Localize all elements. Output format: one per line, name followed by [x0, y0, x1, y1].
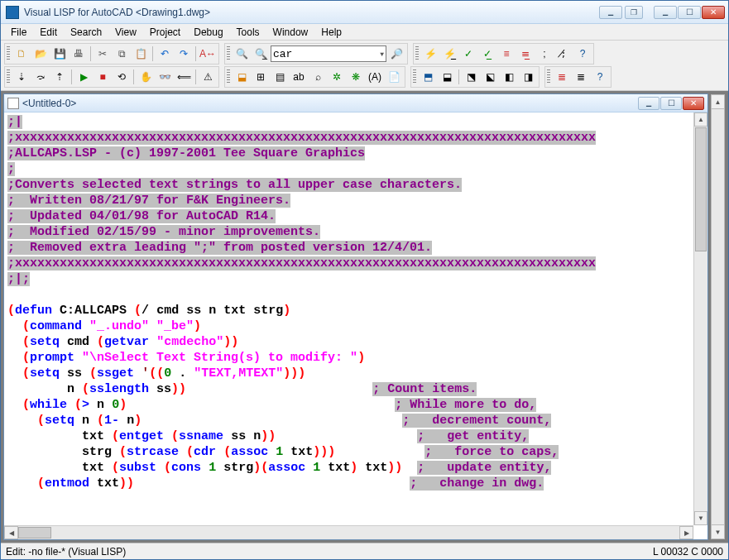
- titlebar[interactable]: Visual LISP for AutoCAD <Drawing1.dwg>: [1, 1, 728, 24]
- menu-window[interactable]: Window: [266, 25, 315, 40]
- tool-5-button[interactable]: ◧: [500, 68, 518, 86]
- kw: assoc: [231, 445, 268, 459]
- inspect-button[interactable]: ab: [290, 68, 308, 86]
- menu-file[interactable]: File: [4, 25, 33, 40]
- check-edit-button[interactable]: ✓: [459, 45, 477, 63]
- document-titlebar[interactable]: <Untitled-0>: [4, 94, 707, 112]
- undo-button[interactable]: ↶: [156, 45, 174, 63]
- tool-6-button[interactable]: ◨: [519, 68, 537, 86]
- load-active-button[interactable]: ⚡: [421, 45, 439, 63]
- scroll-thumb[interactable]: [18, 527, 51, 538]
- aux-minimize-button[interactable]: [599, 6, 622, 19]
- step-over-button[interactable]: ⤼: [31, 68, 50, 86]
- tool-2-button[interactable]: ⬓: [438, 68, 456, 86]
- toolbar-grip-icon[interactable]: [547, 69, 550, 84]
- doc-minimize-button[interactable]: [638, 97, 659, 110]
- menu-search[interactable]: Search: [64, 25, 108, 40]
- str: "\nSelect Text String(s) to modify: ": [82, 351, 357, 365]
- close-button[interactable]: [702, 6, 725, 19]
- menu-view[interactable]: View: [108, 25, 143, 40]
- quit-button[interactable]: ■: [94, 68, 112, 86]
- mdi-vertical-scrollbar[interactable]: ▲ ▼: [711, 94, 725, 539]
- maximize-button[interactable]: [678, 6, 701, 19]
- find-toolbar-button[interactable]: 🔎: [387, 45, 405, 63]
- help-button[interactable]: ?: [573, 45, 592, 63]
- new-file-button[interactable]: 🗋: [12, 45, 31, 63]
- paste-button[interactable]: 📋: [132, 45, 150, 63]
- editor-horizontal-scrollbar[interactable]: ◀ ▶: [4, 525, 693, 539]
- step-into-button[interactable]: ⇣: [12, 68, 31, 86]
- comment-line: ; Modified 02/15/99 - minor improvements…: [7, 225, 320, 239]
- select-window-button[interactable]: ⊞: [252, 68, 270, 86]
- save-button[interactable]: 💾: [50, 45, 69, 63]
- check-selection-button[interactable]: ✓̲: [478, 45, 496, 63]
- step-out-button[interactable]: ⇡: [50, 68, 69, 86]
- code-content[interactable]: ;| ;xxxxxxxxxxxxxxxxxxxxxxxxxxxxxxxxxxxx…: [4, 112, 707, 493]
- comment-line: ;ALLCAPS.LSP - (c) 1997-2001 Tee Square …: [7, 146, 365, 160]
- reset-button[interactable]: ⟲: [113, 68, 131, 86]
- symbol-service-button[interactable]: ✲: [328, 68, 346, 86]
- tool-1-button[interactable]: ⬒: [419, 68, 437, 86]
- kw: setq: [30, 335, 60, 349]
- toolbar-grip-icon[interactable]: [227, 69, 230, 84]
- tool-3-button[interactable]: ⬔: [462, 68, 480, 86]
- copy-button[interactable]: ⧉: [113, 45, 131, 63]
- doc-close-button[interactable]: [683, 97, 704, 110]
- tool-4-button[interactable]: ⬕: [481, 68, 499, 86]
- toolbar-grip-icon[interactable]: [415, 46, 419, 61]
- scroll-down-icon[interactable]: ▼: [712, 524, 724, 538]
- apropos-button[interactable]: ❋: [347, 68, 365, 86]
- complete-word-button[interactable]: A↔: [199, 45, 217, 63]
- format-edit-button[interactable]: ≡: [497, 45, 516, 63]
- scroll-left-icon[interactable]: ◀: [4, 526, 18, 539]
- redo-button[interactable]: ↷: [175, 45, 193, 63]
- project-button[interactable]: 📄: [385, 68, 403, 86]
- toolbar-grip-icon[interactable]: [227, 46, 230, 61]
- continue-button[interactable]: ▶: [74, 68, 93, 86]
- find-combo[interactable]: car ▼: [271, 45, 386, 62]
- uncomment-block-button[interactable]: ;̸: [554, 45, 573, 63]
- menu-debug[interactable]: Debug: [187, 25, 229, 40]
- toolbar-grip-icon[interactable]: [7, 46, 10, 61]
- activate-autocad-button[interactable]: ⬓: [233, 68, 251, 86]
- toggle-breakpoint-button[interactable]: ✋: [137, 68, 155, 86]
- menu-edit[interactable]: Edit: [33, 25, 64, 40]
- comment-block-button[interactable]: ;: [535, 45, 554, 63]
- tool-b-button[interactable]: ≣: [572, 68, 590, 86]
- scroll-right-icon[interactable]: ▶: [679, 526, 693, 539]
- add-watch-button[interactable]: 👓: [156, 68, 174, 86]
- minimize-button[interactable]: [654, 6, 677, 19]
- tool-a-button[interactable]: ≣: [553, 68, 571, 86]
- code-editor[interactable]: ;| ;xxxxxxxxxxxxxxxxxxxxxxxxxxxxxxxxxxxx…: [4, 112, 707, 539]
- aux-restore-button[interactable]: [625, 6, 643, 19]
- replace-button[interactable]: 🔍̲: [252, 45, 270, 63]
- menu-project[interactable]: Project: [143, 25, 187, 40]
- scroll-thumb[interactable]: [695, 127, 707, 251]
- break-on-error-button[interactable]: ⚠: [199, 68, 217, 86]
- open-file-button[interactable]: 📂: [31, 45, 50, 63]
- find-button[interactable]: 🔍: [233, 45, 251, 63]
- toolbar-grip-icon[interactable]: [7, 69, 10, 84]
- scroll-up-icon[interactable]: ▲: [694, 112, 707, 127]
- lisp-console-button[interactable]: ▤: [271, 68, 289, 86]
- editor-vertical-scrollbar[interactable]: ▲ ▼: [693, 112, 707, 525]
- menu-tools[interactable]: Tools: [230, 25, 266, 40]
- menu-help[interactable]: Help: [314, 25, 348, 40]
- scroll-up-icon[interactable]: ▲: [712, 95, 724, 109]
- print-button[interactable]: 🖶: [70, 45, 88, 63]
- format-selection-button[interactable]: ≡̲: [516, 45, 535, 63]
- scroll-down-icon[interactable]: ▼: [694, 511, 707, 525]
- doc-maximize-button[interactable]: [660, 97, 682, 110]
- tool-c-button[interactable]: ?: [591, 68, 609, 86]
- sym: /: [141, 304, 149, 318]
- toolbar-grip-icon[interactable]: [413, 69, 416, 84]
- last-break-button[interactable]: ⟸: [175, 68, 193, 86]
- watch-window-button[interactable]: (A): [366, 68, 384, 86]
- num: 1: [276, 445, 283, 459]
- trace-button[interactable]: ⌕: [309, 68, 327, 86]
- toolbar-extra: ⬒ ⬓ ⬔ ⬕ ◧ ◨: [410, 66, 540, 88]
- cut-button[interactable]: ✂: [94, 45, 112, 63]
- load-selection-button[interactable]: ⚡̲: [440, 45, 458, 63]
- document-title: <Untitled-0>: [22, 98, 637, 109]
- scroll-track[interactable]: [51, 526, 679, 539]
